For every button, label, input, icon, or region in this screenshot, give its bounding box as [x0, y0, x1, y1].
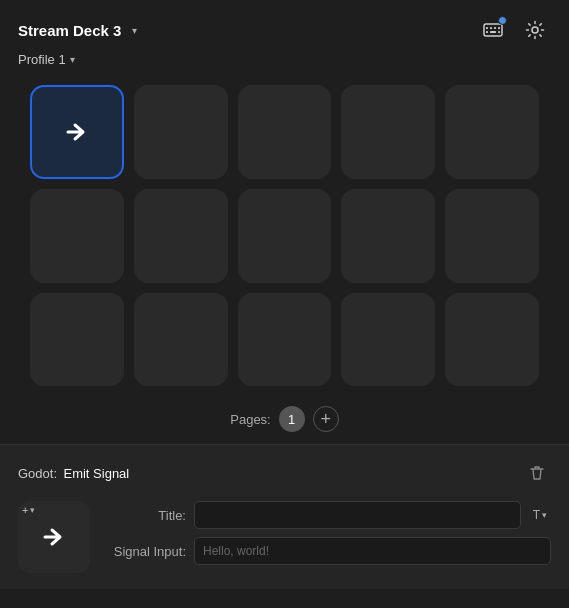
svg-rect-3: [494, 27, 496, 29]
header: Stream Deck 3 ▾: [0, 0, 569, 50]
preview-button[interactable]: + ▾: [18, 501, 90, 573]
signal-label: Signal Input:: [106, 544, 186, 559]
page-1-button[interactable]: 1: [279, 406, 305, 432]
svg-rect-7: [498, 31, 500, 33]
settings-button[interactable]: [519, 14, 551, 46]
pages-row: Pages: 1 +: [0, 396, 569, 444]
add-page-button[interactable]: +: [313, 406, 339, 432]
svg-point-8: [532, 27, 538, 33]
deck-button-1[interactable]: [134, 85, 228, 179]
signal-field-row: Signal Input:: [106, 537, 551, 565]
action-row: Godot: Emit Signal: [18, 459, 551, 487]
t-icon: T: [533, 508, 540, 522]
delete-action-button[interactable]: [523, 459, 551, 487]
preview-chevron-icon: ▾: [30, 506, 35, 516]
signal-input[interactable]: [194, 537, 551, 565]
profile-selector[interactable]: Profile 1: [18, 52, 66, 67]
svg-rect-6: [490, 31, 496, 33]
deck-button-9[interactable]: [445, 189, 539, 283]
title-input[interactable]: [194, 501, 521, 529]
svg-rect-1: [486, 27, 488, 29]
deck-button-10[interactable]: [30, 293, 124, 387]
deck-button-0[interactable]: [30, 85, 124, 179]
deck-button-5[interactable]: [30, 189, 124, 283]
title-input-wrap: [194, 501, 521, 529]
deck-button-7[interactable]: [238, 189, 332, 283]
deck-button-6[interactable]: [134, 189, 228, 283]
keyboard-button[interactable]: [477, 14, 509, 46]
title-format-button[interactable]: T ▾: [529, 501, 551, 529]
header-right: [477, 14, 551, 46]
action-source-label: Godot:: [18, 466, 57, 481]
deck-button-12[interactable]: [238, 293, 332, 387]
app-title-chevron-icon[interactable]: ▾: [127, 23, 141, 37]
app-title: Stream Deck 3: [18, 22, 121, 39]
gear-icon: [525, 20, 545, 40]
bottom-panel: Godot: Emit Signal + ▾: [0, 445, 569, 589]
title-label: Title:: [106, 508, 186, 523]
svg-rect-4: [498, 27, 500, 29]
svg-rect-0: [484, 24, 502, 36]
button-grid-area: [0, 77, 569, 396]
deck-button-8[interactable]: [341, 189, 435, 283]
deck-button-4[interactable]: [445, 85, 539, 179]
form-fields: Title: T ▾ Signal Input:: [106, 501, 551, 565]
deck-button-14[interactable]: [445, 293, 539, 387]
svg-rect-5: [486, 31, 488, 33]
title-field-row: Title: T ▾: [106, 501, 551, 529]
deck-button-11[interactable]: [134, 293, 228, 387]
deck-button-13[interactable]: [341, 293, 435, 387]
profile-chevron-icon[interactable]: ▾: [70, 54, 75, 65]
trash-icon: [528, 464, 546, 482]
button-grid: [30, 85, 539, 386]
svg-rect-2: [490, 27, 492, 29]
keyboard-badge: [498, 16, 507, 25]
profile-row: Profile 1 ▾: [0, 50, 569, 77]
pages-label: Pages:: [230, 412, 270, 427]
config-row: + ▾ Title: T ▾: [18, 501, 551, 573]
title-format-chevron-icon: ▾: [542, 510, 547, 520]
action-info: Godot: Emit Signal: [18, 464, 129, 482]
action-name-label: Emit Signal: [63, 466, 129, 481]
preview-plus-icon: +: [22, 505, 28, 516]
deck-button-2[interactable]: [238, 85, 332, 179]
header-left: Stream Deck 3 ▾: [18, 22, 141, 39]
deck-button-0-icon: [59, 114, 95, 150]
preview-controls: + ▾: [22, 505, 35, 516]
deck-button-3[interactable]: [341, 85, 435, 179]
preview-arrow-icon: [36, 519, 72, 555]
